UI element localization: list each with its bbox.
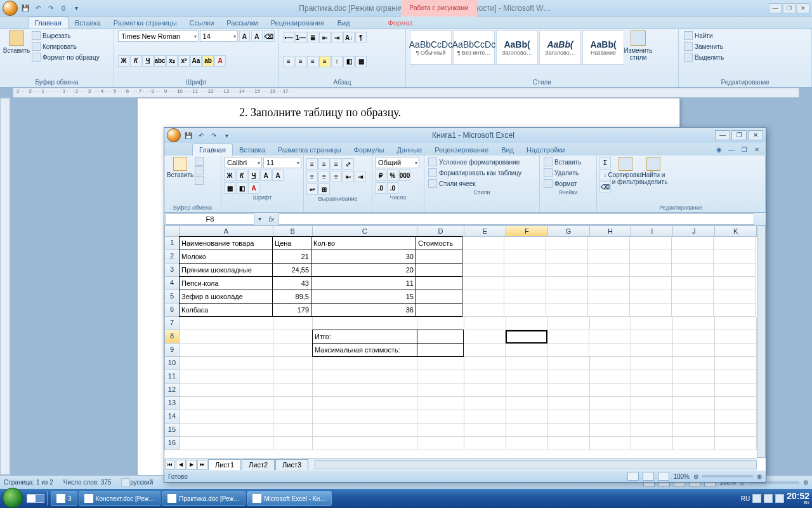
cell-styles-button[interactable]: Стили ячеек [427,178,537,189]
excel-qat-more-icon[interactable]: ▾ [221,130,232,140]
ql-ie-icon[interactable] [36,494,44,503]
qat-more-icon[interactable]: ▾ [71,3,81,13]
excel-titlebar[interactable]: 💾 ↶ ↷ ▾ Книга1 - Microsoft Excel — ❐ ✕ [164,128,766,143]
e-indent-inc-button[interactable]: ⇥ [355,171,366,182]
format-painter-button[interactable]: Формат по образцу [30,52,101,62]
superscript-button[interactable]: x² [178,55,190,67]
excel-undo-icon[interactable]: ↶ [196,130,206,140]
excel-tab-review[interactable]: Рецензирование [428,144,495,156]
sheet-tab-3[interactable]: Лист3 [275,459,308,470]
row-16-header[interactable]: 16 [164,437,180,450]
row-13-header[interactable]: 13 [164,397,180,410]
excel-maximize-button[interactable]: ❐ [731,130,747,140]
tab-nav-last[interactable]: ⏭ [197,460,207,470]
italic-button[interactable]: К [130,55,141,67]
inc-decimal-button[interactable]: .0 [375,182,386,194]
tab-format[interactable]: Формат [382,17,419,29]
excel-borders-button[interactable]: ▦ [224,182,235,194]
align-mid-button[interactable]: ≡ [318,158,330,170]
merge-button[interactable]: ⊞ [318,184,330,195]
doc-restore-button[interactable]: ❐ [739,144,749,154]
replace-button[interactable]: Заменить [683,41,808,51]
conditional-fmt-button[interactable]: Условное форматирование [427,157,537,167]
task-excel[interactable]: Microsoft Excel - Кн… [247,491,332,506]
tray-sound-icon[interactable] [752,494,761,503]
cell-B4[interactable]: 43 [272,276,311,290]
spell-icon[interactable] [121,478,130,487]
tab-nav-prev[interactable]: ◀ [176,460,186,470]
align-center-button[interactable]: ≡ [295,56,306,67]
insert-cells-button[interactable]: Вставить [542,157,594,167]
cell-B3[interactable]: 24,55 [272,263,311,277]
indent-dec-button[interactable]: ⇤ [319,32,331,43]
sheet-tab-2[interactable]: Лист2 [242,459,275,470]
cell-I1[interactable] [630,237,672,250]
grow-font-button[interactable]: A [239,30,251,42]
row-10-header[interactable]: 10 [164,357,180,370]
close-button[interactable]: ✕ [797,3,809,13]
excel-redo-icon[interactable]: ↷ [209,130,219,140]
e-align-right-button[interactable]: ≡ [331,171,342,182]
cell-J1[interactable] [672,237,714,250]
fx-icon[interactable]: fx [265,215,278,223]
cell-B6[interactable]: 179 [272,303,311,317]
row-6-header[interactable]: 6 [164,304,180,317]
formula-bar[interactable] [278,213,754,225]
col-G-header[interactable]: G [548,225,590,237]
cell-C9[interactable]: Максимальная стоимость: [312,343,417,357]
font-color-button[interactable]: A [214,55,226,67]
tab-references[interactable]: Ссылки [183,17,221,29]
excel-copy-icon[interactable] [195,166,204,175]
excel-bold-button[interactable]: Ж [224,170,235,181]
tab-insert[interactable]: Вставка [69,17,107,29]
font-name-combo[interactable]: Times New Roman [118,30,199,42]
minimize-button[interactable]: — [769,3,782,13]
bold-button[interactable]: Ж [118,55,129,67]
row-14-header[interactable]: 14 [164,410,180,424]
sheet-tab-1[interactable]: Лист1 [208,459,241,470]
indent-inc-button[interactable]: ⇥ [331,32,343,43]
cell-C5[interactable]: 15 [311,290,416,304]
find-select-button[interactable]: Найти и выделить [640,157,667,204]
show-marks-button[interactable]: ¶ [355,32,367,43]
e-align-left-button[interactable]: ≡ [306,171,318,182]
comma-button[interactable]: 000 [399,170,410,181]
excel-tab-view[interactable]: Вид [495,144,520,156]
align-bot-button[interactable]: ≡ [331,158,342,170]
find-button[interactable]: Найти [683,30,808,41]
excel-size-combo[interactable]: 11 [263,157,301,168]
status-page[interactable]: Страница: 1 из 2 [4,479,53,486]
task-folder[interactable]: 3 [51,491,77,506]
row-8-header[interactable]: 8 [164,330,180,344]
cell-B1[interactable]: Цена [272,236,311,250]
cell-A5[interactable]: Зефир в шоколаде [179,290,273,304]
status-words[interactable]: Число слов: 375 [63,479,112,486]
excel-grow-button[interactable]: A [260,170,272,181]
align-right-button[interactable]: ≡ [307,56,318,67]
undo-icon[interactable]: ↶ [33,3,43,13]
orient-button[interactable]: ⤢ [343,158,354,170]
delete-cells-button[interactable]: Удалить [542,168,594,178]
row-7-header[interactable]: 7 [164,317,180,330]
style-heading1[interactable]: AaBb(Заголово… [496,30,538,65]
excel-paste-button[interactable]: Вставить [167,157,193,204]
cut-button[interactable]: Вырезать [30,30,101,41]
excel-view-normal-icon[interactable] [627,472,639,481]
doc-minimize-button[interactable]: — [726,144,737,154]
task-praktika[interactable]: Практика.doc [Реж… [162,491,246,506]
cell-A2[interactable]: Молоко [179,250,273,264]
col-A-header[interactable]: A [180,225,273,237]
sort-button[interactable]: A↓ [343,32,355,43]
row-1-header[interactable]: 1 [164,237,180,250]
e-align-center-button[interactable]: ≡ [318,171,330,182]
excel-cut-icon[interactable] [195,157,204,166]
excel-view-break-icon[interactable] [658,472,669,481]
namebox-dd-icon[interactable]: ▾ [254,214,265,224]
cell-D9[interactable] [417,343,464,357]
paste-button[interactable]: Вставить [4,30,29,54]
save-icon[interactable]: 💾 [20,3,30,13]
excel-zoom-slider[interactable] [702,475,753,478]
cell-A1[interactable]: Наименование товара [179,236,273,250]
cell-D8[interactable] [417,330,464,344]
office-button[interactable] [3,1,18,16]
